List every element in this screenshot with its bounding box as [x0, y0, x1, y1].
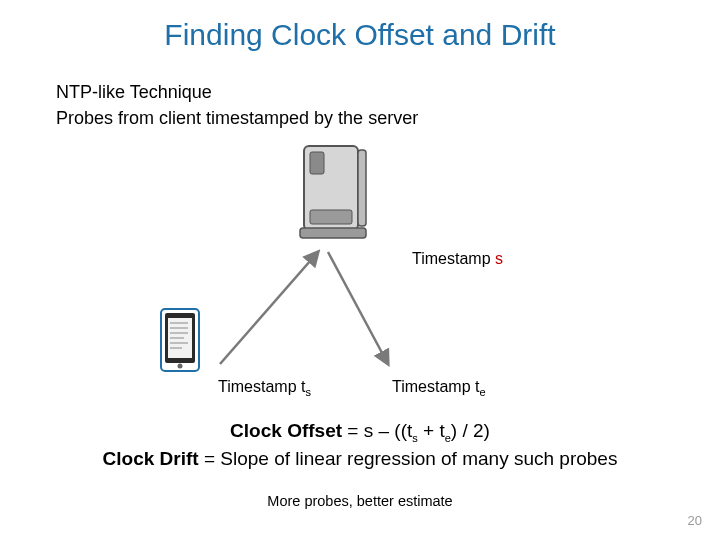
clock-drift-label: Clock Drift [103, 448, 199, 469]
subtitle-line-2: Probes from client timestamped by the se… [56, 108, 418, 129]
svg-rect-3 [310, 210, 352, 224]
svg-rect-2 [310, 152, 324, 174]
clock-offset-label: Clock Offset [230, 420, 342, 441]
timestamp-prefix: Timestamp [392, 378, 475, 395]
svg-line-15 [220, 252, 318, 364]
timestamp-prefix: Timestamp [412, 250, 495, 267]
timestamp-prefix: Timestamp [218, 378, 301, 395]
arrows-icon [210, 246, 400, 380]
slide: Finding Clock Offset and Drift NTP-like … [0, 0, 720, 540]
phone-icon [160, 308, 200, 376]
svg-point-14 [178, 364, 183, 369]
timestamp-te-label: Timestamp te [392, 378, 486, 398]
svg-rect-1 [358, 150, 366, 226]
timestamp-ts-label: Timestamp ts [218, 378, 311, 398]
timestamp-te-sub: e [479, 386, 485, 398]
page-number: 20 [688, 513, 702, 528]
subtitle-line-1: NTP-like Technique [56, 82, 212, 103]
timestamp-s-var: s [495, 250, 503, 267]
timestamp-ts-sub: s [305, 386, 311, 398]
timestamp-s-label: Timestamp s [412, 250, 503, 268]
footnote: More probes, better estimate [0, 493, 720, 509]
server-icon [298, 140, 370, 246]
clock-offset-formula: Clock Offset = s – ((ts + te) / 2) [0, 420, 720, 444]
svg-line-16 [328, 252, 388, 364]
slide-title: Finding Clock Offset and Drift [0, 0, 720, 52]
svg-rect-4 [300, 228, 366, 238]
clock-drift-formula: Clock Drift = Slope of linear regression… [0, 448, 720, 470]
